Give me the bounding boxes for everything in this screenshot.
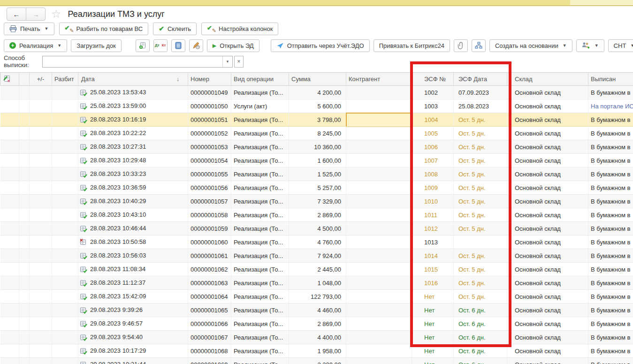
cell-esf-date[interactable]: Ост. 5 дн. [454, 208, 507, 222]
table-row[interactable]: 28.08.2023 10:22:2200000001052Реализация… [0, 127, 633, 140]
cell-esf-date[interactable]: 25.08.2023 [454, 99, 507, 113]
cell-counterparty[interactable] [346, 276, 412, 290]
forward-button[interactable]: → [26, 8, 45, 20]
cell-plusminus[interactable] [30, 303, 52, 317]
cell-date[interactable]: 28.08.2023 10:33:23 [78, 167, 188, 181]
cell-operation[interactable]: Услуги (акт) [231, 99, 289, 113]
cell-amount[interactable]: 1 525,00 [289, 167, 346, 181]
snt-button[interactable]: СНТ ▼ [608, 39, 633, 52]
table-row[interactable]: 28.08.2023 15:42:0900000001064Реализация… [0, 290, 633, 303]
cell-amount[interactable]: 2 445,00 [289, 263, 346, 276]
cell-split[interactable] [52, 181, 78, 195]
cell-counterparty[interactable] [346, 99, 412, 113]
cell-warehouse[interactable]: Основной склад [507, 154, 588, 167]
load-doc-button[interactable]: Загрузить док [71, 39, 121, 52]
cell-warehouse[interactable]: Основной склад [507, 249, 588, 263]
cell-esf-date[interactable]: Ост. 5 дн. [454, 154, 507, 167]
table-row[interactable]: 28.08.2023 11:08:3400000001062Реализация… [0, 263, 633, 276]
list-settings-header-button[interactable] [0, 73, 19, 86]
cell-esf-date[interactable]: 07.09.2023 [454, 86, 507, 99]
cell-blank[interactable] [19, 303, 30, 317]
header-operation[interactable]: Вид операции [231, 73, 289, 86]
attachments-button[interactable] [454, 39, 468, 52]
cell-date[interactable]: 28.08.2023 10:36:59 [78, 181, 188, 195]
cell-sel[interactable] [0, 276, 19, 290]
cell-warehouse[interactable]: Основной склад [507, 86, 588, 99]
cell-plusminus[interactable] [30, 86, 52, 99]
cell-esf-date[interactable]: Ост. 5 дн. [454, 127, 507, 140]
cell-split[interactable] [52, 167, 78, 181]
cell-esf-date[interactable]: Ост. 5 дн. [454, 181, 507, 195]
cell-amount[interactable]: 7 924,00 [289, 249, 346, 263]
cell-amount[interactable]: 4 460,00 [289, 303, 346, 317]
cell-blank[interactable] [19, 235, 30, 249]
table-row[interactable]: 29.08.2023 10:21:4400000001069Реализация… [0, 358, 633, 364]
cell-issued[interactable]: В бумажном в [588, 235, 633, 249]
cell-issued[interactable]: В бумажном в [588, 113, 633, 127]
cell-esf-no[interactable]: 1002 [412, 86, 454, 99]
cell-blank[interactable] [19, 127, 30, 140]
cell-esf-no[interactable]: Нет [412, 358, 454, 364]
cell-esf-date[interactable]: Ост. 6 дн. [454, 317, 507, 331]
cell-warehouse[interactable]: Основной склад [507, 317, 588, 331]
cell-esf-date[interactable]: Ост. 5 дн. [454, 167, 507, 181]
cell-date[interactable]: 28.08.2023 10:46:44 [78, 222, 188, 235]
cell-split[interactable] [52, 235, 78, 249]
cell-date[interactable]: 28.08.2023 10:16:19 [78, 113, 188, 127]
cell-split[interactable] [52, 358, 78, 364]
cell-issued[interactable]: В бумажном в [588, 195, 633, 208]
header-blank[interactable] [19, 73, 30, 86]
cell-issued[interactable]: В бумажном в [588, 263, 633, 276]
cell-counterparty[interactable] [346, 181, 412, 195]
cell-operation[interactable]: Реализация (То... [231, 167, 289, 181]
cell-operation[interactable]: Реализация (То... [231, 344, 289, 358]
cell-sel[interactable] [0, 127, 19, 140]
table-row[interactable]: 28.08.2023 10:56:0300000001061Реализация… [0, 249, 633, 263]
table-row[interactable]: 28.08.2023 10:27:3100000001053Реализация… [0, 140, 633, 154]
cell-split[interactable] [52, 154, 78, 167]
cell-counterparty[interactable] [346, 331, 412, 344]
cell-issued[interactable]: В бумажном в [588, 154, 633, 167]
cell-sel[interactable] [0, 331, 19, 344]
cell-blank[interactable] [19, 154, 30, 167]
cell-split[interactable] [52, 276, 78, 290]
cell-number[interactable]: 00000001051 [188, 113, 231, 127]
column-settings-button[interactable]: ✔✎ Настройка колонок [201, 23, 278, 35]
header-split[interactable]: Разбит [52, 73, 78, 86]
cell-date[interactable]: 29.08.2023 10:17:29 [78, 344, 188, 358]
cell-warehouse[interactable]: Основной склад [507, 263, 588, 276]
cell-esf-no[interactable]: 1009 [412, 181, 454, 195]
cell-esf-no[interactable]: Нет [412, 331, 454, 344]
cell-counterparty[interactable] [346, 263, 412, 276]
back-button[interactable]: ← [7, 8, 26, 20]
cell-plusminus[interactable] [30, 99, 52, 113]
cell-amount[interactable]: 5 600,00 [289, 99, 346, 113]
cell-blank[interactable] [19, 113, 30, 127]
cell-number[interactable]: 00000001055 [188, 167, 231, 181]
debit-credit-button[interactable]: ДтКт [153, 39, 168, 52]
cell-esf-date[interactable]: Ост. 6 дн. [454, 358, 507, 364]
cell-counterparty[interactable] [346, 86, 412, 99]
combo-dropdown-button[interactable]: ▼ [222, 56, 232, 67]
cell-warehouse[interactable]: Основной склад [507, 358, 588, 364]
cell-plusminus[interactable] [30, 290, 52, 303]
cell-plusminus[interactable] [30, 276, 52, 290]
cell-issued[interactable]: В бумажном в [588, 86, 633, 99]
cell-sel[interactable] [0, 86, 19, 99]
cell-blank[interactable] [19, 317, 30, 331]
cell-warehouse[interactable]: Основной склад [507, 276, 588, 290]
cell-sel[interactable] [0, 263, 19, 276]
table-row[interactable]: 25.08.2023 13:53:4300000001049Реализация… [0, 86, 633, 99]
cell-sel[interactable] [0, 208, 19, 222]
cell-esf-no[interactable]: 1008 [412, 167, 454, 181]
cell-split[interactable] [52, 290, 78, 303]
table-row[interactable]: 28.08.2023 10:40:2900000001057Реализация… [0, 195, 633, 208]
cell-plusminus[interactable] [30, 127, 52, 140]
cell-esf-date[interactable]: Ост. 6 дн. [454, 303, 507, 317]
cell-sel[interactable] [0, 195, 19, 208]
cell-blank[interactable] [19, 140, 30, 154]
cell-sel[interactable] [0, 140, 19, 154]
cell-counterparty[interactable] [346, 222, 412, 235]
cell-plusminus[interactable] [30, 263, 52, 276]
cell-issued[interactable]: В бумажном в [588, 222, 633, 235]
